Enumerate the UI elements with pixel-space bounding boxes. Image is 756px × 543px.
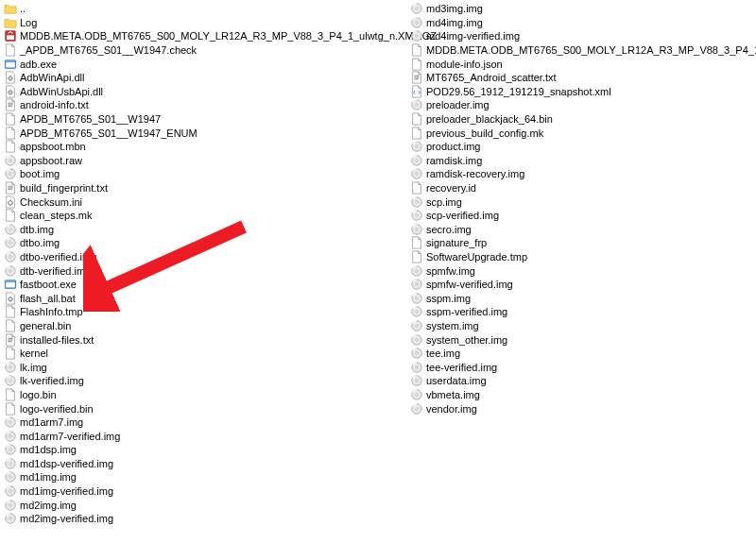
file-name-label: kernel [20, 347, 48, 360]
file-item[interactable]: signature_frp [408, 236, 756, 250]
file-name-label: flash_all.bat [20, 292, 76, 305]
file-item[interactable]: lk-verified.img [2, 374, 408, 388]
file-item[interactable]: tee.img [408, 347, 756, 361]
file-item[interactable]: dtbo-verified.img [2, 250, 408, 264]
file-item[interactable]: vbmeta.img [408, 388, 756, 402]
file-item[interactable]: build_fingerprint.txt [2, 181, 408, 195]
file-item[interactable]: POD29.56_1912_191219_snapshot.xml [408, 85, 756, 99]
file-item[interactable]: Log [2, 16, 408, 30]
file-item[interactable]: MDDB.META.ODB_MT6765_S00_MOLY_LR12A_R3_M… [2, 29, 408, 43]
file-item[interactable]: system.img [408, 319, 756, 333]
file-name-label: Checksum.ini [20, 195, 82, 209]
file-item[interactable]: android-info.txt [2, 98, 408, 112]
file-item[interactable]: APDB_MT6765_S01__W1947_ENUM [2, 126, 408, 140]
disk-icon [4, 154, 17, 167]
file-name-label: md2img.img [20, 499, 77, 512]
file-item[interactable]: clean_steps.mk [2, 209, 408, 223]
file-item[interactable]: previous_build_config.mk [408, 126, 756, 140]
svg-point-53 [416, 104, 418, 106]
svg-point-65 [416, 229, 418, 230]
mddb-icon [4, 29, 17, 42]
file-name-label: system_other.img [426, 333, 507, 347]
file-item[interactable]: product.img [408, 140, 756, 154]
file-item[interactable]: FlashInfo.tmp [2, 305, 408, 319]
file-item[interactable]: md1img.img [2, 470, 408, 484]
svg-point-37 [9, 463, 11, 465]
file-name-label: general.bin [20, 319, 71, 332]
disk-icon [410, 16, 423, 29]
svg-point-45 [9, 518, 11, 519]
disk-icon [4, 236, 17, 249]
file-item[interactable]: sspm.img [408, 291, 756, 305]
file-name-label: vendor.img [426, 402, 477, 416]
file-item[interactable]: general.bin [2, 319, 408, 333]
file-item[interactable]: dtb.img [2, 223, 408, 237]
file-item[interactable]: AdbWinApi.dll [2, 71, 408, 85]
file-name-label: dtb-verified.img [20, 264, 91, 278]
file-item[interactable]: MDDB.META.ODB_MT6765_S00_MOLY_LR12A_R3_M… [408, 43, 756, 58]
file-item[interactable]: md3img.img [408, 2, 756, 16]
disk-icon [410, 29, 423, 42]
exe-icon [4, 58, 17, 71]
file-item[interactable]: kernel [2, 347, 408, 361]
file-name-label: secro.img [426, 223, 472, 236]
file-item[interactable]: spmfw.img [408, 263, 756, 278]
file-item[interactable]: recovery.id [408, 181, 756, 195]
disk-icon [410, 167, 423, 180]
file-item[interactable]: md4img.img [408, 16, 756, 30]
file-item[interactable]: md1dsp-verified.img [2, 457, 408, 471]
file-name-label: APDB_MT6765_S01__W1947_ENUM [20, 127, 198, 140]
file-item[interactable]: MT6765_Android_scatter.txt [408, 71, 756, 85]
file-item[interactable]: preloader_blackjack_64.bin [408, 112, 756, 127]
svg-point-63 [416, 214, 418, 216]
file-item[interactable]: lk.img [2, 360, 408, 374]
file-columns: ..LogMDDB.META.ODB_MT6765_S00_MOLY_LR12A… [2, 2, 756, 526]
svg-point-59 [416, 173, 418, 175]
file-item[interactable]: boot.img [2, 167, 408, 181]
file-item[interactable]: system_other.img [408, 332, 756, 347]
file-item[interactable]: scp.img [408, 195, 756, 209]
file-item[interactable]: md2img-verified.img [2, 512, 408, 526]
file-item[interactable]: preloader.img [408, 98, 756, 112]
file-item[interactable]: sspm-verified.img [408, 305, 756, 319]
file-item[interactable]: _APDB_MT6765_S01__W1947.check [2, 43, 408, 58]
file-item[interactable]: logo-verified.bin [2, 401, 408, 416]
folder-icon [4, 2, 17, 15]
file-item[interactable]: md2img.img [2, 498, 408, 512]
svg-point-35 [9, 449, 11, 450]
disk-icon [4, 457, 17, 470]
file-item[interactable]: dtb-verified.img [2, 263, 408, 278]
file-item[interactable]: tee-verified.img [408, 360, 756, 374]
file-item[interactable]: appsboot.mbn [2, 140, 408, 154]
file-item[interactable]: appsboot.raw [2, 154, 408, 168]
file-item[interactable]: logo.bin [2, 388, 408, 402]
file-item[interactable]: dtbo.img [2, 236, 408, 250]
file-item[interactable]: APDB_MT6765_S01__W1947 [2, 112, 408, 127]
file-item[interactable]: ramdisk-recovery.img [408, 167, 756, 181]
file-item[interactable]: fastboot.exe [2, 278, 408, 292]
file-item[interactable]: SoftwareUpgrade.tmp [408, 250, 756, 264]
file-name-label: clean_steps.mk [20, 209, 92, 222]
file-item[interactable]: md1dsp.img [2, 443, 408, 457]
file-item[interactable]: Checksum.ini [2, 195, 408, 209]
file-item[interactable]: md1img-verified.img [2, 484, 408, 499]
file-item[interactable]: spmfw-verified.img [408, 278, 756, 292]
file-item[interactable]: md1arm7-verified.img [2, 429, 408, 443]
file-item[interactable]: flash_all.bat [2, 291, 408, 305]
file-icon [4, 388, 17, 401]
svg-point-79 [416, 352, 418, 354]
file-item[interactable]: ramdisk.img [408, 154, 756, 168]
file-item[interactable]: installed-files.txt [2, 332, 408, 347]
file-item[interactable]: adb.exe [2, 57, 408, 71]
file-name-label: md1dsp-verified.img [20, 457, 113, 470]
file-item[interactable]: md4img-verified.img [408, 29, 756, 43]
file-item[interactable]: AdbWinUsbApi.dll [2, 85, 408, 99]
file-item[interactable]: secro.img [408, 223, 756, 237]
file-item[interactable]: scp-verified.img [408, 209, 756, 223]
file-item[interactable]: module-info.json [408, 57, 756, 71]
file-item[interactable]: vendor.img [408, 401, 756, 416]
file-name-label: AdbWinApi.dll [20, 71, 84, 84]
file-item[interactable]: userdata.img [408, 374, 756, 388]
file-item[interactable]: .. [2, 2, 408, 16]
file-item[interactable]: md1arm7.img [2, 416, 408, 430]
